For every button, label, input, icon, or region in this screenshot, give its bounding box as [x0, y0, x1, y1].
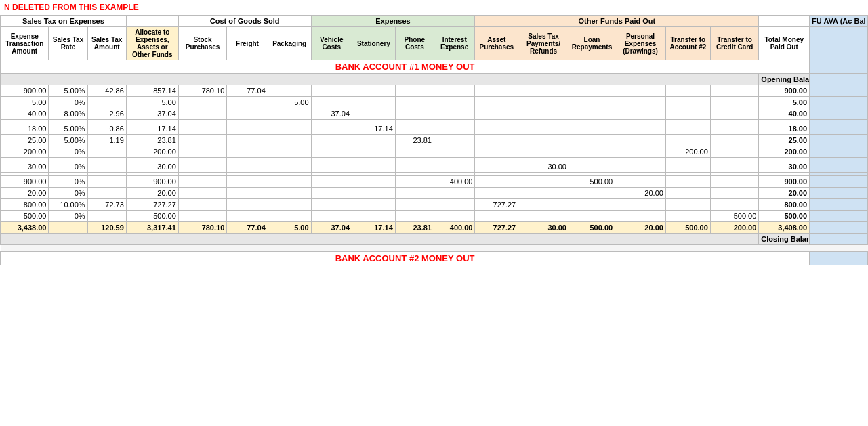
group-header-blank [126, 16, 178, 27]
cell-freight: 77.04 [227, 85, 268, 97]
col-hdr-interest: Interest Expense [434, 27, 474, 60]
group-header-fu: FU AVA (Ac Bal [810, 16, 868, 27]
cell-stationery [352, 85, 396, 97]
table-row: 18.00 5.00% 0.86 17.14 17.14 18.00 [1, 123, 868, 135]
col-hdr-stock: Stock Purchases [178, 27, 226, 60]
table-row: 5.00 0% 5.00 5.00 5.00 [1, 97, 868, 108]
table-row: 200.00 0% 200.00 200.00 200.00 [1, 146, 868, 158]
col-hdr-transfer2: Transfer to Account #2 [665, 27, 710, 60]
opening-balance-value [810, 74, 868, 85]
totals-row: 3,438.00 120.59 3,317.41 780.10 77.04 5.… [1, 222, 868, 234]
col-hdr-vehicle: Vehicle Costs [311, 27, 352, 60]
col-hdr-fu [810, 27, 868, 60]
table-row: 900.00 0% 900.00 400.00 500.00 900.00 [1, 176, 868, 188]
col-hdr-sales-tax-rate: Sales Tax Rate [49, 27, 87, 60]
closing-balance-empty [1, 234, 759, 245]
cell-vehicle [311, 85, 352, 97]
opening-balance-label: Opening Balance [759, 74, 810, 85]
closing-balance-label: Closing Balance [759, 234, 810, 245]
group-header-cogs: Cost of Goods Sold [178, 16, 311, 27]
cell-total: 900.00 [759, 85, 810, 97]
col-hdr-stationery: Stationery [352, 27, 396, 60]
cell-personal [615, 85, 666, 97]
bank2-title-extra [810, 252, 868, 265]
cell-stock: 780.10 [178, 85, 226, 97]
group-header-sales-tax: Sales Tax on Expenses [1, 16, 127, 27]
col-hdr-sales-tax-amt: Sales Tax Amount [87, 27, 126, 60]
col-hdr-packaging: Packaging [268, 27, 311, 60]
col-hdr-phone: Phone Costs [395, 27, 434, 60]
cell-interest [434, 85, 474, 97]
opening-balance-empty [1, 74, 759, 85]
bank1-title: BANK ACCOUNT #1 MONEY OUT [1, 60, 810, 74]
cell-sales-pay [518, 85, 569, 97]
col-hdr-sales-pay: Sales Tax Payments/ Refunds [518, 27, 569, 60]
cell-fu [810, 85, 868, 97]
col-hdr-expense-txn: Expense Transaction Amount [1, 27, 49, 60]
cell-txn: 900.00 [1, 85, 49, 97]
cell-loan [569, 85, 615, 97]
table-row: 800.00 10.00% 72.73 727.27 727.27 800.00 [1, 199, 868, 211]
group-header-total [759, 16, 810, 27]
cell-tax: 42.86 [87, 85, 126, 97]
table-row: 500.00 0% 500.00 500.00 500.00 [1, 211, 868, 222]
col-hdr-freight: Freight [227, 27, 268, 60]
table-row: 40.00 8.00% 2.96 37.04 37.04 40.00 [1, 108, 868, 120]
bank1-title-extra [810, 60, 868, 74]
col-hdr-personal: Personal Expenses (Drawings) [615, 27, 666, 60]
cell-alloc: 857.14 [126, 85, 178, 97]
cell-transfer-cc [710, 85, 758, 97]
col-hdr-total: Total Money Paid Out [759, 27, 810, 60]
table-row: 20.00 0% 20.00 20.00 20.00 [1, 188, 868, 199]
cell-packaging [268, 85, 311, 97]
group-header-expenses: Expenses [311, 16, 475, 27]
closing-balance-row: Closing Balance [1, 234, 868, 245]
col-hdr-loan: Loan Repayments [569, 27, 615, 60]
cell-rate: 5.00% [49, 85, 87, 97]
col-hdr-asset: Asset Purchases [475, 27, 518, 60]
cell-phone [395, 85, 434, 97]
closing-balance-value [810, 234, 868, 245]
table-row: 25.00 5.00% 1.19 23.81 23.81 25.00 [1, 135, 868, 146]
table-row: 900.00 5.00% 42.86 857.14 780.10 77.04 9… [1, 85, 868, 97]
col-hdr-transfer-cc: Transfer to Credit Card [710, 27, 758, 60]
group-header-other: Other Funds Paid Out [475, 16, 759, 27]
cell-transfer2 [665, 85, 710, 97]
deleted-banner: N DELETED FROM THIS EXAMPLE [0, 0, 868, 15]
col-hdr-alloc: Allocate to Expenses, Assets or Other Fu… [126, 27, 178, 60]
bank2-title: BANK ACCOUNT #2 MONEY OUT [1, 252, 810, 265]
cell-asset [475, 85, 518, 97]
table-row: 30.00 0% 30.00 30.00 30.00 [1, 161, 868, 173]
